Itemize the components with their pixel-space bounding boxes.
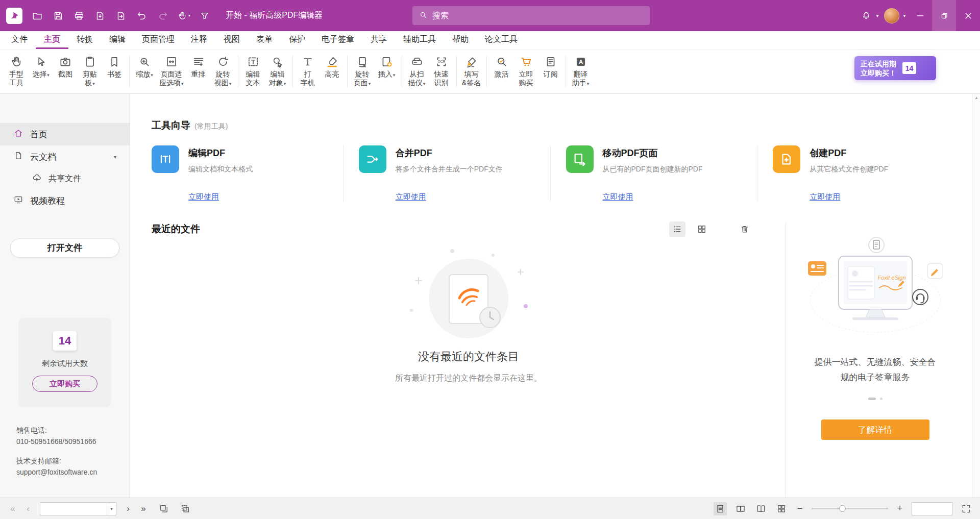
tool-card-merge-pdf[interactable]: 合并PDF 将多个文件合并生成一个PDF文件 立即使用 <box>343 145 550 202</box>
content-scrollbar[interactable]: ▲ <box>972 94 980 498</box>
zoom-out-button[interactable]: − <box>795 503 804 514</box>
print-icon[interactable] <box>71 8 87 24</box>
menu-share[interactable]: 共享 <box>362 31 395 49</box>
menu-form[interactable]: 表单 <box>248 31 281 49</box>
list-view-button[interactable] <box>669 221 685 237</box>
insert-pages-button[interactable]: 插入▾ <box>375 52 399 91</box>
trial-buy-badge[interactable]: 正在试用期 立即购买！ 14 <box>854 56 936 80</box>
highlight-button[interactable]: 高亮 <box>320 52 345 91</box>
use-now-link[interactable]: 立即使用 <box>188 192 219 202</box>
buy-now-pill-button[interactable]: 立即购买 <box>32 376 97 392</box>
fill-sign-button[interactable]: 填写 &签名 <box>459 52 484 91</box>
from-scanner-button[interactable]: 从扫 描仪▾ <box>405 52 429 91</box>
chevron-down-icon: ▾ <box>393 72 396 78</box>
zoom-percentage-input[interactable] <box>912 502 952 515</box>
chevron-down-icon[interactable]: ▾ <box>107 503 116 515</box>
menu-convert[interactable]: 转换 <box>68 31 101 49</box>
funnel-icon[interactable] <box>197 8 213 24</box>
bookmark-button[interactable]: 书签 <box>102 52 127 91</box>
subscribe-button[interactable]: 订阅 <box>538 52 563 91</box>
menu-file[interactable]: 文件 <box>3 31 36 49</box>
menu-edit[interactable]: 编辑 <box>101 31 134 49</box>
minimize-button[interactable] <box>908 0 932 31</box>
page-number-combo[interactable]: ▾ <box>40 502 116 515</box>
page-number-input[interactable] <box>40 505 107 513</box>
edit-object-button[interactable]: 编辑 对象▾ <box>265 52 290 91</box>
redo-icon[interactable] <box>155 8 171 24</box>
menu-comment[interactable]: 注释 <box>183 31 215 49</box>
menu-view[interactable]: 视图 <box>215 31 248 49</box>
open-file-icon[interactable] <box>29 8 45 24</box>
use-now-link[interactable]: 立即使用 <box>396 192 426 202</box>
carousel-dots[interactable] <box>868 398 883 400</box>
single-page-view-button[interactable] <box>714 502 727 515</box>
menu-esign[interactable]: 电子签章 <box>313 31 362 49</box>
zoom-button[interactable]: 缩放▾ <box>132 52 157 91</box>
chevron-down-icon[interactable]: ▾ <box>874 13 881 18</box>
menu-paper-tools[interactable]: 论文工具 <box>477 31 526 49</box>
grid-view-button[interactable] <box>694 221 710 237</box>
fit-page-options-button[interactable]: 页面适 应选项▾ <box>157 52 186 91</box>
tool-card-edit-pdf[interactable]: 编辑PDF 编辑文档和文本格式 立即使用 <box>152 145 343 202</box>
activate-button[interactable]: 激活 <box>489 52 514 91</box>
buy-now-button[interactable]: 立即 购买 <box>514 52 538 91</box>
user-avatar[interactable] <box>884 8 899 23</box>
zoom-slider[interactable] <box>812 508 888 509</box>
notifications-bell-icon[interactable] <box>859 8 874 24</box>
scroll-up-icon[interactable]: ▲ <box>974 95 978 100</box>
last-page-button[interactable]: » <box>138 504 149 514</box>
search-input[interactable] <box>432 11 644 20</box>
support-email-address[interactable]: support@foxitsoftware.cn <box>16 466 130 478</box>
translate-assistant-button[interactable]: A 翻译 助手▾ <box>569 52 593 91</box>
zoom-slider-knob[interactable] <box>839 505 846 512</box>
typewriter-button[interactable]: 打 字机 <box>296 52 320 91</box>
reflow-button[interactable]: 重排 <box>186 52 211 91</box>
first-page-button[interactable]: « <box>7 504 18 514</box>
snapshot-button[interactable]: 截图 <box>53 52 78 91</box>
snapshot-pages-icon[interactable] <box>157 502 170 515</box>
use-now-link[interactable]: 立即使用 <box>810 192 840 202</box>
export-pdf-icon[interactable] <box>92 8 108 24</box>
chevron-down-icon[interactable]: ▾ <box>901 13 908 18</box>
fit-screen-button[interactable] <box>960 502 973 515</box>
grid-pages-view-button[interactable] <box>775 502 788 515</box>
edit-text-button[interactable]: 编辑 文本 <box>241 52 265 91</box>
split-view-icon[interactable] <box>179 502 192 515</box>
search-box[interactable] <box>412 6 650 25</box>
undo-icon[interactable] <box>134 8 150 24</box>
sidebar-item-video-tutorials[interactable]: 视频教程 <box>0 189 130 212</box>
menu-home[interactable]: 主页 <box>36 31 68 49</box>
sidebar-item-shared-files[interactable]: 共享文件 <box>0 168 130 189</box>
zoom-in-button[interactable]: + <box>895 503 904 514</box>
previous-page-button[interactable]: ‹ <box>22 504 34 514</box>
chevron-down-icon[interactable]: ▾ <box>114 154 116 160</box>
sidebar-item-home[interactable]: 首页 <box>0 123 130 145</box>
menu-protect[interactable]: 保护 <box>281 31 313 49</box>
use-now-link[interactable]: 立即使用 <box>603 192 633 202</box>
restore-button[interactable] <box>932 0 956 31</box>
clear-recent-trash-button[interactable] <box>737 221 753 237</box>
select-button[interactable]: 选择▾ <box>29 52 53 91</box>
close-button[interactable] <box>956 0 980 31</box>
learn-more-button[interactable]: 了解详情 <box>821 419 929 440</box>
book-view-button[interactable] <box>754 502 768 515</box>
hand-grab-icon[interactable]: ▾ <box>176 8 192 24</box>
facing-pages-view-button[interactable] <box>734 502 747 515</box>
quick-ocr-button[interactable]: OCR 快速 识别 <box>429 52 454 91</box>
share-document-icon[interactable] <box>113 8 129 24</box>
next-page-button[interactable]: › <box>122 504 134 514</box>
save-icon[interactable] <box>50 8 66 24</box>
rotate-view-button[interactable]: 旋转 视图▾ <box>211 52 235 91</box>
open-file-button[interactable]: 打开文件 <box>10 238 119 258</box>
rotate-pages-button[interactable]: 旋转 页面▾ <box>350 52 375 91</box>
clipboard-button[interactable]: 剪贴 板▾ <box>78 52 102 91</box>
tool-card-create-pdf[interactable]: 创建PDF 从其它格式文件创建PDF 立即使用 <box>757 145 964 202</box>
carousel-dot-active[interactable] <box>868 398 876 400</box>
carousel-dot[interactable] <box>880 398 883 400</box>
sidebar-item-cloud-docs[interactable]: 云文档 ▾ <box>0 145 130 168</box>
menu-accessibility[interactable]: 辅助工具 <box>395 31 444 49</box>
menu-help[interactable]: 帮助 <box>444 31 477 49</box>
tool-card-move-pdf-pages[interactable]: 移动PDF页面 从已有的PDF页面创建新的PDF 立即使用 <box>550 145 757 202</box>
hand-tool-button[interactable]: 手型 工具 <box>4 52 29 91</box>
menu-page-manage[interactable]: 页面管理 <box>134 31 183 49</box>
